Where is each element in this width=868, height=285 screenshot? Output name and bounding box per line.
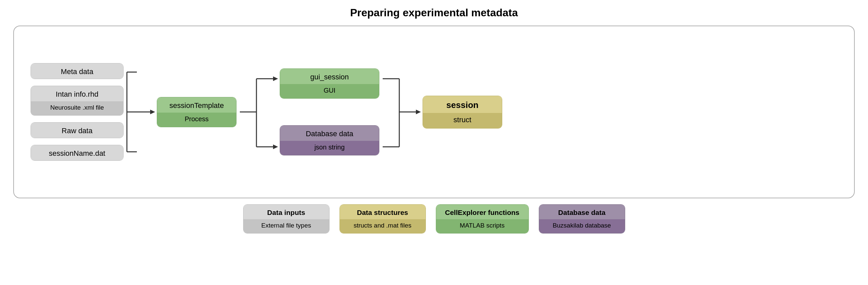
session-dat-label: sessionName.dat (31, 145, 123, 160)
svg-marker-17 (416, 109, 421, 114)
meta-data-box: Meta data (31, 63, 124, 79)
gui-session-label: gui_session (280, 69, 379, 84)
meta-data-label: Meta data (31, 63, 123, 79)
intan-label: Intan info.rhd (31, 86, 123, 101)
struct-label: struct (423, 113, 502, 128)
session-label: session (423, 96, 502, 113)
main-diagram: Meta data Intan info.rhd Neurosuite .xml… (13, 26, 855, 198)
legend-data-inputs-bottom: External file types (244, 219, 329, 233)
page-title: Preparing experimental metadata (13, 7, 855, 19)
legend-database-bottom: Buzsakilab database (539, 219, 625, 233)
session-output-box: session struct (423, 96, 502, 129)
legend-data-structures: Data structures structs and .mat files (340, 204, 426, 233)
session-template-label: sessionTemplate (157, 97, 236, 113)
legend-cellexplorer: CellExplorer functions MATLAB scripts (436, 204, 529, 233)
legend-data-structures-bottom: structs and .mat files (340, 219, 426, 233)
legend-data-inputs-top: Data inputs (244, 204, 329, 219)
legend-cellexplorer-bottom: MATLAB scripts (436, 219, 528, 233)
right-col: gui_session GUI Database data json strin… (280, 68, 379, 155)
database-data-box: Database data json string (280, 125, 379, 155)
database-data-label: Database data (280, 126, 379, 141)
svg-marker-5 (150, 109, 155, 114)
arrow-left-to-process (124, 59, 157, 165)
raw-data-box: Raw data (31, 122, 124, 138)
arrow-process-to-right (237, 59, 280, 165)
legend-cellexplorer-top: CellExplorer functions (436, 204, 528, 219)
legend-data-inputs: Data inputs External file types (243, 204, 330, 233)
arrow-right-to-session (379, 59, 423, 165)
raw-data-label: Raw data (31, 123, 123, 138)
intan-neurosuite-box: Intan info.rhd Neurosuite .xml file (31, 86, 124, 116)
process-label: Process (157, 113, 236, 127)
neurosuite-label: Neurosuite .xml file (31, 101, 123, 115)
svg-marker-12 (273, 145, 278, 149)
svg-marker-9 (273, 76, 278, 81)
legend-row: Data inputs External file types Data str… (13, 204, 855, 233)
gui-label: GUI (280, 84, 379, 98)
process-box: sessionTemplate Process (157, 97, 237, 127)
left-inputs-col: Meta data Intan info.rhd Neurosuite .xml… (31, 63, 124, 161)
legend-data-structures-top: Data structures (340, 204, 426, 219)
json-string-label: json string (280, 141, 379, 155)
gui-session-box: gui_session GUI (280, 68, 379, 99)
legend-database-top: Database data (539, 204, 625, 219)
session-dat-box: sessionName.dat (31, 145, 124, 161)
legend-database: Database data Buzsakilab database (539, 204, 625, 233)
